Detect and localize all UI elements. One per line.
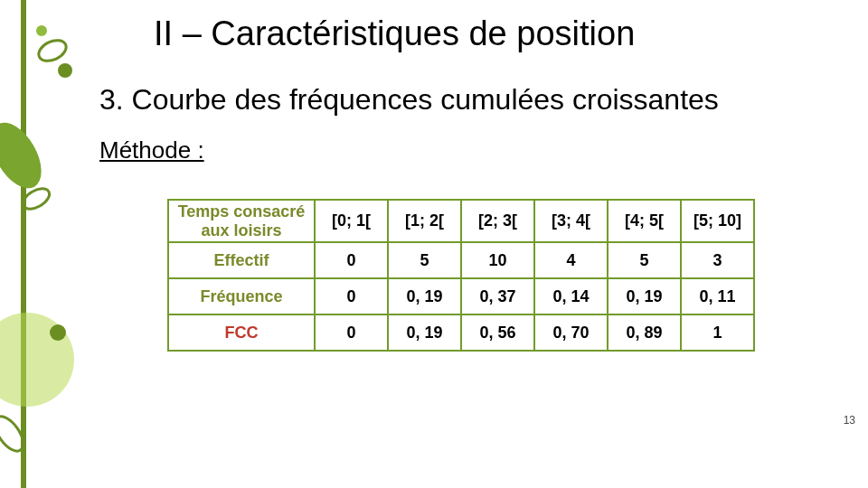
interval-cell: [2; 3[ bbox=[461, 200, 534, 242]
slide-content: II – Caractéristiques de position 3. Cou… bbox=[99, 14, 841, 474]
cell: 0, 11 bbox=[681, 278, 754, 314]
table-header-row: Temps consacré aux loisirs [0; 1[ [1; 2[… bbox=[168, 200, 754, 242]
cell: 10 bbox=[461, 242, 534, 278]
row-label-fcc: FCC bbox=[168, 314, 315, 351]
table-row: Fréquence 0 0, 19 0, 37 0, 14 0, 19 0, 1… bbox=[168, 278, 754, 314]
cell: 5 bbox=[388, 242, 461, 278]
accent-decor bbox=[0, 0, 50, 488]
cell: 0, 37 bbox=[461, 278, 534, 314]
svg-point-8 bbox=[0, 412, 29, 456]
interval-cell: [4; 5[ bbox=[608, 200, 681, 242]
row-label-effectif: Effectif bbox=[168, 242, 315, 278]
svg-point-1 bbox=[36, 25, 47, 36]
cell: 0, 19 bbox=[608, 278, 681, 314]
cell: 0, 56 bbox=[461, 314, 534, 351]
interval-cell: [0; 1[ bbox=[315, 200, 388, 242]
cell: 0 bbox=[315, 242, 388, 278]
cell: 0, 19 bbox=[388, 314, 461, 351]
slide-title: II – Caractéristiques de position bbox=[99, 14, 841, 55]
page-number: 13 bbox=[844, 414, 855, 427]
slide-subtitle: 3. Courbe des fréquences cumulées croiss… bbox=[99, 82, 841, 117]
svg-point-2 bbox=[35, 36, 69, 65]
cell: 0, 70 bbox=[534, 314, 608, 351]
cell: 0, 89 bbox=[608, 314, 681, 351]
cell: 3 bbox=[681, 242, 754, 278]
interval-cell: [3; 4[ bbox=[534, 200, 608, 242]
svg-point-5 bbox=[20, 184, 53, 213]
table-row: FCC 0 0, 19 0, 56 0, 70 0, 89 1 bbox=[168, 314, 754, 351]
interval-cell: [5; 10] bbox=[681, 200, 754, 242]
table-row: Effectif 0 5 10 4 5 3 bbox=[168, 242, 754, 278]
cell: 0, 14 bbox=[534, 278, 608, 314]
cell: 5 bbox=[608, 242, 681, 278]
cell: 0, 19 bbox=[388, 278, 461, 314]
svg-point-6 bbox=[0, 313, 74, 407]
header-row-label: Temps consacré aux loisirs bbox=[168, 200, 315, 242]
interval-cell: [1; 2[ bbox=[388, 200, 461, 242]
svg-point-3 bbox=[58, 63, 72, 78]
row-label-frequence: Fréquence bbox=[168, 278, 315, 314]
data-table-wrap: Temps consacré aux loisirs [0; 1[ [1; 2[… bbox=[167, 199, 755, 352]
svg-point-4 bbox=[0, 114, 52, 196]
svg-point-7 bbox=[50, 324, 66, 341]
cell: 0 bbox=[315, 278, 388, 314]
cell: 4 bbox=[534, 242, 608, 278]
data-table: Temps consacré aux loisirs [0; 1[ [1; 2[… bbox=[167, 199, 755, 352]
method-label: Méthode : bbox=[99, 136, 841, 164]
cell: 1 bbox=[681, 314, 754, 351]
cell: 0 bbox=[315, 314, 388, 351]
